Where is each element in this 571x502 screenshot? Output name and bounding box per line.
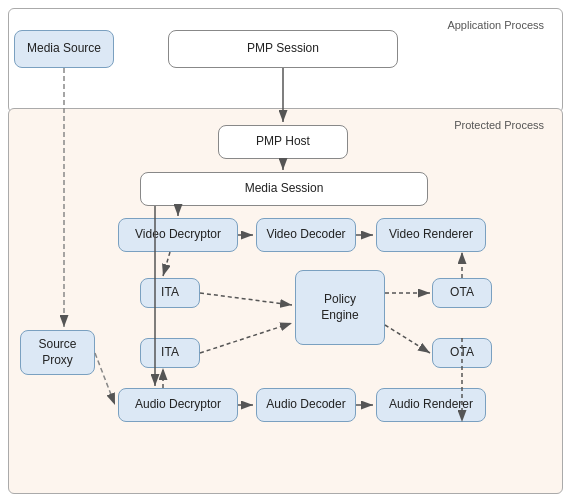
app-process-label: Application Process xyxy=(447,19,544,31)
protected-process-label: Protected Process xyxy=(454,119,544,131)
pmp-host-box: PMP Host xyxy=(218,125,348,159)
diagram-container: Application Process Protected Process Me… xyxy=(0,0,571,502)
media-source-box: Media Source xyxy=(14,30,114,68)
audio-decoder-box: Audio Decoder xyxy=(256,388,356,422)
pmp-session-box: PMP Session xyxy=(168,30,398,68)
source-proxy-box: Source Proxy xyxy=(20,330,95,375)
media-session-box: Media Session xyxy=(140,172,428,206)
video-renderer-box: Video Renderer xyxy=(376,218,486,252)
audio-decryptor-box: Audio Decryptor xyxy=(118,388,238,422)
policy-engine-box: Policy Engine xyxy=(295,270,385,345)
ota-top-box: OTA xyxy=(432,278,492,308)
ita-bottom-box: ITA xyxy=(140,338,200,368)
audio-renderer-box: Audio Renderer xyxy=(376,388,486,422)
video-decryptor-box: Video Decryptor xyxy=(118,218,238,252)
video-decoder-box: Video Decoder xyxy=(256,218,356,252)
ota-bottom-box: OTA xyxy=(432,338,492,368)
ita-top-box: ITA xyxy=(140,278,200,308)
